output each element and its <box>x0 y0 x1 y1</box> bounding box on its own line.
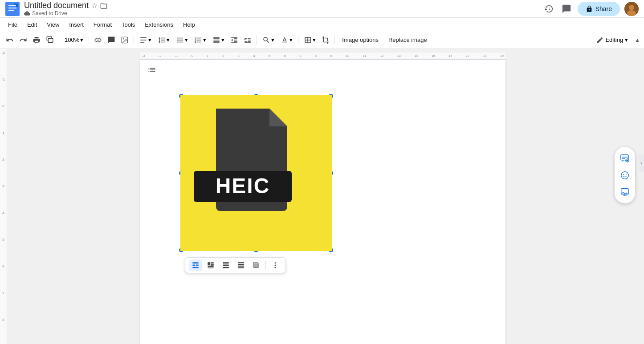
emoji-button[interactable] <box>616 166 633 183</box>
svg-rect-16 <box>208 262 210 265</box>
print-button[interactable] <box>30 34 43 46</box>
collapse-toolbar-button[interactable]: ▲ <box>634 36 640 44</box>
svg-rect-22 <box>223 265 229 266</box>
svg-rect-27 <box>238 267 244 268</box>
replace-image-button[interactable]: Replace image <box>384 35 432 45</box>
image-comment-button[interactable] <box>616 184 633 201</box>
image-wrap-toolbar <box>185 257 286 273</box>
doc-info: Untitled document ☆ Saved to Drive <box>24 1 542 16</box>
doc-area: -3 -2 -1 0 1 2 3 4 5 6 7 8 9 10 11 12 13… <box>7 49 639 344</box>
image-container[interactable]: HEIC <box>180 95 332 251</box>
svg-point-34 <box>621 171 629 179</box>
link-button[interactable] <box>92 34 104 46</box>
image-options-button[interactable]: Image options <box>338 35 383 45</box>
img-toolbar-sep <box>265 261 266 270</box>
svg-rect-1 <box>8 5 16 6</box>
in-front-button[interactable] <box>249 259 263 271</box>
undo-button[interactable] <box>4 34 16 46</box>
svg-rect-25 <box>238 264 244 265</box>
svg-point-35 <box>623 174 624 175</box>
comment-toolbar-button[interactable] <box>105 34 118 46</box>
menu-format[interactable]: Format <box>89 20 116 30</box>
right-collapse-handle[interactable]: › <box>639 154 644 172</box>
editing-label: Editing <box>605 36 623 43</box>
spacing-dropdown[interactable]: ▾ <box>155 35 172 45</box>
wrap-inline-button[interactable] <box>189 259 202 271</box>
doc-title[interactable]: Untitled document <box>24 1 89 10</box>
paint-format-button[interactable] <box>44 34 56 46</box>
history-button[interactable] <box>542 2 555 16</box>
document-page: HEIC <box>140 60 505 344</box>
toolbar-sep-6 <box>334 36 335 45</box>
behind-text-button[interactable] <box>234 259 248 271</box>
toolbar-sep-1 <box>59 36 59 45</box>
right-scrollbar[interactable] <box>639 49 644 344</box>
svg-rect-21 <box>223 262 229 263</box>
svg-point-36 <box>626 174 627 175</box>
toolbar-sep-4 <box>257 36 257 45</box>
editing-mode-button[interactable]: Editing ▾ <box>592 35 632 45</box>
svg-rect-26 <box>238 266 244 267</box>
svg-rect-18 <box>211 264 214 266</box>
svg-rect-2 <box>8 8 16 8</box>
share-label: Share <box>595 5 612 12</box>
menu-extensions[interactable]: Extensions <box>140 20 178 30</box>
heic-image: HEIC <box>180 95 332 251</box>
menu-insert[interactable]: Insert <box>65 20 88 30</box>
title-actions: Share <box>542 2 639 16</box>
svg-rect-19 <box>208 266 214 267</box>
more-options-button[interactable] <box>269 259 282 271</box>
star-icon[interactable]: ☆ <box>91 1 98 10</box>
menu-view[interactable]: View <box>42 20 64 30</box>
indent-dropdown[interactable]: ▾ <box>210 35 227 45</box>
wrap-text-button[interactable] <box>204 259 217 271</box>
folder-icon[interactable] <box>100 2 107 10</box>
svg-rect-14 <box>192 267 199 268</box>
list-dropdown[interactable]: ▾ <box>192 35 209 45</box>
svg-point-8 <box>123 38 124 39</box>
toolbar-sep-3 <box>134 36 134 45</box>
svg-rect-12 <box>192 262 199 263</box>
menu-tools[interactable]: Tools <box>117 20 139 30</box>
avatar[interactable] <box>624 2 639 16</box>
indent-more-button[interactable] <box>241 34 254 46</box>
toolbar-sep-2 <box>89 36 89 45</box>
highlight-dropdown[interactable]: ▾ <box>260 35 277 45</box>
svg-rect-24 <box>238 262 244 263</box>
zoom-dropdown[interactable]: 100% ▾ <box>62 36 86 44</box>
main-area: -2 -1 0 1 2 3 4 5 6 7 8 -3 -2 -1 0 1 2 3… <box>0 49 644 344</box>
left-ruler: -2 -1 0 1 2 3 4 5 6 7 8 <box>0 49 7 344</box>
menu-edit[interactable]: Edit <box>23 20 41 30</box>
svg-point-31 <box>275 265 276 266</box>
titlebar: Untitled document ☆ Saved to Drive Share <box>0 0 644 18</box>
text-color-dropdown[interactable]: ▾ <box>278 35 295 45</box>
add-comment-button[interactable] <box>616 150 633 166</box>
share-button[interactable]: Share <box>578 2 620 16</box>
app-icon <box>5 2 20 16</box>
cloud-status-text: Saved to Drive <box>32 10 67 16</box>
svg-point-32 <box>275 267 276 268</box>
menu-file[interactable]: File <box>4 20 22 30</box>
comments-button[interactable] <box>560 2 573 16</box>
svg-point-5 <box>629 5 634 10</box>
checklist-dropdown[interactable]: ▾ <box>173 35 191 45</box>
menubar: File Edit View Insert Format Tools Exten… <box>0 18 644 31</box>
menu-help[interactable]: Help <box>179 20 200 30</box>
outline-icon[interactable] <box>147 65 156 74</box>
insert-image-button[interactable] <box>118 34 131 46</box>
redo-button[interactable] <box>17 34 29 46</box>
toolbar: 100% ▾ ▾ ▾ ▾ ▾ ▾ ▾ <box>0 31 644 49</box>
border-dropdown[interactable]: ▾ <box>301 35 318 45</box>
svg-rect-13 <box>192 265 195 266</box>
heic-file-svg: HEIC <box>180 95 332 251</box>
svg-point-30 <box>275 262 276 263</box>
crop-button[interactable] <box>319 34 332 46</box>
break-text-button[interactable] <box>219 259 232 271</box>
indent-less-button[interactable] <box>228 34 240 46</box>
cloud-status: Saved to Drive <box>24 10 542 16</box>
svg-rect-20 <box>208 267 214 268</box>
toolbar-right: Editing ▾ ▲ <box>592 35 640 45</box>
zoom-value: 100% <box>65 36 79 43</box>
svg-text:HEIC: HEIC <box>216 174 270 198</box>
align-dropdown[interactable]: ▾ <box>137 35 154 45</box>
